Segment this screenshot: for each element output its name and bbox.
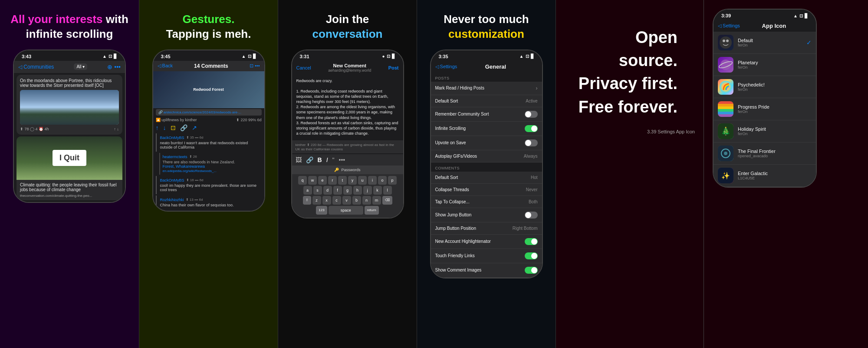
key-m[interactable]: m <box>372 196 381 205</box>
p3-post-btn[interactable]: Post <box>388 65 399 70</box>
p4-row-remember-sort[interactable]: Remember Community Sort <box>431 107 542 122</box>
p2-back[interactable]: ◁ Back <box>158 63 173 69</box>
all-filter[interactable]: All ▾ <box>74 63 87 70</box>
p5-back[interactable]: ◁ Settings <box>718 23 740 29</box>
p4-row-comment-images[interactable]: Show Comment Images <box>431 263 542 278</box>
p4-label-default-sort: Default Sort <box>435 99 458 103</box>
p4-row-autoplay[interactable]: Autoplay GIFs/Videos Always <box>431 150 542 162</box>
key-f[interactable]: f <box>333 186 342 195</box>
key-p[interactable]: p <box>388 176 397 185</box>
p3-compose-area[interactable]: Redwoods are crazy. 1. Redwoods, includi… <box>292 75 403 140</box>
key-backspace[interactable]: ⌫ <box>382 196 392 205</box>
svg-point-2 <box>726 40 729 42</box>
key-l[interactable]: l <box>383 186 392 195</box>
p4-toggle-new-acct[interactable] <box>525 238 538 245</box>
key-g[interactable]: g <box>343 186 352 195</box>
p4-toggle-remember-sort[interactable] <box>525 111 538 118</box>
p4-row-infinite-scroll[interactable]: Infinite Scrolling <box>431 122 542 136</box>
key-q[interactable]: q <box>298 176 307 185</box>
p4-row-new-acct[interactable]: New Account Highlightenator <box>431 235 542 249</box>
p4-row-default-sort[interactable]: Default Sort Active <box>431 95 542 107</box>
key-t[interactable]: t <box>338 176 347 185</box>
key-space[interactable]: space <box>329 206 363 215</box>
p3-nav[interactable]: Cancel New Comment aeharding@lemmy.world… <box>292 61 403 75</box>
key-c[interactable]: c <box>332 196 341 205</box>
toolbar-link-icon[interactable]: 🔗 <box>306 156 313 163</box>
p5-icon-frontier[interactable]: The Final Frontier ripened_avacado <box>713 143 816 165</box>
key-x[interactable]: x <box>322 196 331 205</box>
p5-nav[interactable]: ◁ Settings App Icon ⠀ <box>713 20 816 32</box>
p5-icon-planetary[interactable]: Planetary ferOn <box>713 54 816 76</box>
p4-label-collapse-threads: Collapse Threads <box>435 187 469 192</box>
p4-label-comment-sort: Default Sort <box>435 175 458 180</box>
nav-icons[interactable]: ⊕ ••• <box>107 63 121 70</box>
post-2[interactable]: I Quit Climate quitting: the people leav… <box>16 136 122 200</box>
p3-keyboard[interactable]: q w e r t y u i o p a s d f g h <box>292 174 403 218</box>
p4-row-jump-btn[interactable]: Show Jump Button <box>431 208 542 222</box>
key-123[interactable]: 123 <box>316 206 327 215</box>
key-return[interactable]: return <box>365 206 379 215</box>
p3-cancel[interactable]: Cancel <box>296 65 311 70</box>
p4-row-tap-collapse[interactable]: Tap To Collapse... Both <box>431 196 542 208</box>
key-w[interactable]: w <box>308 176 317 185</box>
p2-actions[interactable]: ↑↓ ⊡ 🔗↗ <box>153 123 264 132</box>
iquit-text: I Quit <box>59 153 79 162</box>
key-d[interactable]: d <box>323 186 332 195</box>
p4-row-jump-pos[interactable]: Jump Button Position Right Bottom <box>431 222 542 235</box>
p4-toggle-infinite-scroll[interactable] <box>525 125 538 132</box>
key-k[interactable]: k <box>373 186 382 195</box>
status-icons-3: ●⊡▊ <box>382 54 395 59</box>
p3-passwords[interactable]: 🔑 Passwords <box>292 166 403 174</box>
p4-row-collapse-threads[interactable]: Collapse Threads Never <box>431 184 542 196</box>
key-v[interactable]: v <box>342 196 351 205</box>
key-n[interactable]: n <box>362 196 371 205</box>
p4-nav[interactable]: ◁ Settings General ⠀ <box>431 61 542 73</box>
p1-nav[interactable]: ◁ Communities All ▾ ⊕ ••• <box>14 61 125 73</box>
headline-customization: Never too much customization <box>435 0 538 50</box>
p4-toggle-upvote-save[interactable] <box>525 139 538 146</box>
p5-line3: Free forever. <box>573 96 677 119</box>
toolbar-italic-icon[interactable]: I <box>326 156 328 163</box>
p5-icon-progress[interactable]: Progress Pride ferOn <box>713 98 816 120</box>
p4-row-mark-read[interactable]: Mark Read / Hiding Posts › <box>431 82 542 95</box>
key-o[interactable]: o <box>378 176 387 185</box>
toolbar-more-icon[interactable]: ••• <box>339 156 345 163</box>
key-b[interactable]: b <box>352 196 361 205</box>
key-y[interactable]: y <box>348 176 357 185</box>
p5-icon-psychedelic[interactable]: 🌈 Psychedelic! ferOn <box>713 76 816 98</box>
key-j[interactable]: j <box>363 186 372 195</box>
toolbar-bold-icon[interactable]: B <box>318 156 322 163</box>
key-z[interactable]: z <box>312 196 321 205</box>
p4-back[interactable]: ◁ Settings <box>435 64 457 70</box>
p5-icon-default[interactable]: Default ferOn ✓ <box>713 32 816 54</box>
key-e[interactable]: e <box>318 176 327 185</box>
p4-label-jump-btn: Show Jump Button <box>435 212 472 217</box>
communities-back[interactable]: ◁ Communities <box>18 64 54 70</box>
key-i[interactable]: i <box>368 176 377 185</box>
key-shift[interactable]: ⇧ <box>303 196 311 205</box>
p2-article-link[interactable]: 🔗 arstechnica.com/science/2024/03/redwoo… <box>156 109 262 116</box>
toolbar-quote-icon[interactable]: " <box>332 156 335 163</box>
key-a[interactable]: a <box>303 186 312 195</box>
time-5: 3:39 <box>721 13 731 18</box>
status-bar-3: 3:31 ●⊡▊ <box>292 50 403 61</box>
p4-row-upvote-save[interactable]: Upvote on Save <box>431 136 542 150</box>
p5-icon-galactic[interactable]: ✨ Enter Galactic L1C4U5E <box>713 165 816 187</box>
p4-toggle-touch-links[interactable] <box>525 252 538 259</box>
p5-icon-holiday[interactable]: 🎄 Holiday Spirit ferOn <box>713 120 816 143</box>
p4-row-touch-links[interactable]: Touch Friendly Links <box>431 249 542 263</box>
p3-toolbar[interactable]: 🖼 🔗 B I " ••• <box>292 154 403 166</box>
p2-nav-icons[interactable]: ⊡ ••• <box>250 63 260 69</box>
post-1[interactable]: On the moorlands above Portree, this rid… <box>16 75 122 135</box>
key-r[interactable]: r <box>328 176 337 185</box>
status-bar-4: 3:35 ▲⊡▊ <box>431 50 542 61</box>
p2-nav[interactable]: ◁ Back 14 Comments ⊡ ••• <box>153 61 264 71</box>
key-s[interactable]: s <box>313 186 322 195</box>
key-u[interactable]: u <box>358 176 367 185</box>
toolbar-image-icon[interactable]: 🖼 <box>296 156 302 163</box>
p4-label-autoplay: Autoplay GIFs/Videos <box>435 154 477 159</box>
p4-row-comment-sort[interactable]: Default Sort Hot <box>431 172 542 184</box>
key-h[interactable]: h <box>353 186 362 195</box>
p4-toggle-comment-images[interactable] <box>525 267 538 274</box>
p4-toggle-jump-btn[interactable] <box>525 212 538 219</box>
